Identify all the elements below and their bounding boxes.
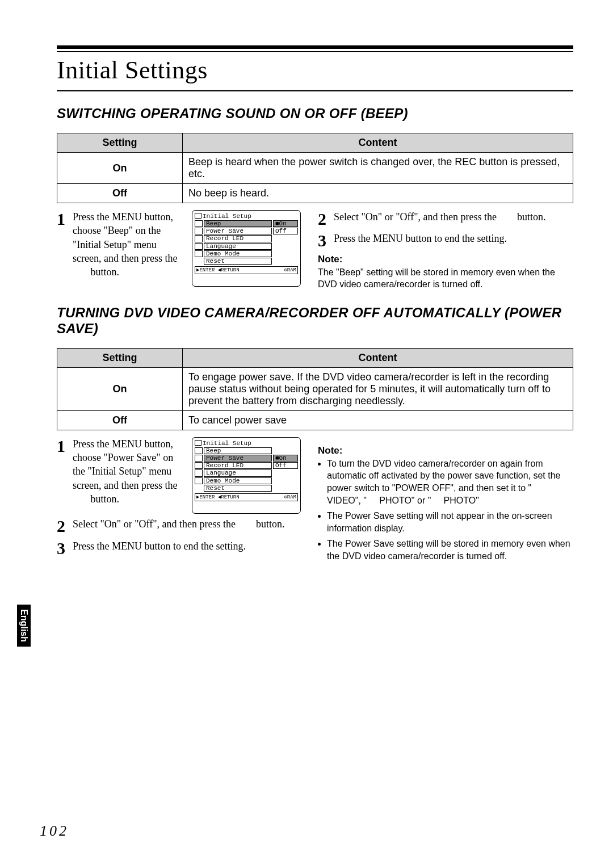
- menu-fig-footer: ▶ENTER ◀RETURN ⊙RAM: [195, 493, 298, 501]
- menu-row-icon: [195, 228, 203, 234]
- cell-setting: On: [57, 367, 183, 410]
- section1-heading: SWITCHING OPERATING SOUND ON OR OFF (BEE…: [57, 106, 573, 121]
- menu-value: [273, 447, 298, 454]
- menu-foot-right: ⊙RAM: [284, 267, 296, 274]
- menu-item: Beep: [204, 447, 272, 454]
- menu-item: Record LED: [204, 235, 272, 242]
- step-text: Select "On" or "Off", and then press the…: [73, 518, 285, 530]
- section2-heading: TURNING DVD VIDEO CAMERA/RECORDER OFF AU…: [57, 305, 573, 337]
- note-heading: Note:: [318, 445, 573, 456]
- step-1: 1 Press the MENU button, choose "Beep" o…: [57, 210, 186, 279]
- cell-setting: On: [57, 153, 183, 184]
- note-item: The Power Save setting will be stored in…: [327, 538, 573, 562]
- note-body: The "Beep" setting will be stored in mem…: [318, 266, 573, 291]
- step-text: Press the MENU button to end the setting…: [334, 233, 507, 244]
- menu-row-icon: [195, 462, 203, 469]
- step-number-icon: 1: [57, 435, 65, 458]
- menu-foot-right: ⊙RAM: [284, 494, 296, 501]
- menu-item: Beep: [204, 220, 272, 227]
- th-content: Content: [183, 348, 573, 367]
- thin-rule: [57, 90, 573, 91]
- section2-right-col: Note: To turn the DVD video camera/recor…: [318, 437, 573, 566]
- menu-row-icon: [195, 220, 203, 227]
- menu-value: [273, 469, 298, 476]
- menu-figure-powersave: Initial Setup Beep Power Save: [192, 437, 301, 514]
- step-text: Press the MENU button, choose "Power Sav…: [73, 438, 177, 505]
- powersave-settings-table: Setting Content On To engage power save.…: [57, 348, 573, 430]
- menu-value: [273, 485, 298, 492]
- note-item: To turn the DVD video camera/recorder on…: [327, 458, 573, 506]
- menu-value: [273, 250, 298, 257]
- menu-foot-left: ▶ENTER ◀RETURN: [196, 494, 240, 501]
- menu-value: Off: [273, 462, 298, 469]
- menu-item: Power Save: [204, 228, 272, 234]
- menu-item: Power Save: [204, 455, 272, 462]
- step-number-icon: 2: [318, 208, 326, 231]
- section1-columns: 1 Press the MENU button, choose "Beep" o…: [57, 210, 573, 291]
- menu-figure-beep: Initial Setup Beep Power Save: [192, 210, 301, 287]
- table-row: On Beep is heard when the power switch i…: [57, 153, 573, 184]
- manual-page: Initial Settings SWITCHING OPERATING SOU…: [0, 0, 613, 868]
- menu-item: Record LED: [204, 462, 272, 469]
- page-title: Initial Settings: [57, 56, 573, 85]
- menu-row-icon: [195, 485, 203, 492]
- menu-fig-footer: ▶ENTER ◀RETURN ⊙RAM: [195, 266, 298, 274]
- beep-settings-table: Setting Content On Beep is heard when th…: [57, 133, 573, 203]
- step-text: Select "On" or "Off", and then press the…: [334, 211, 546, 223]
- menu-value: ■On: [273, 455, 298, 462]
- th-setting: Setting: [57, 348, 183, 367]
- note-item: The Power Save setting will not appear i…: [327, 510, 573, 534]
- menu-row-icon: [195, 477, 203, 484]
- menu-fig-title: Initial Setup: [195, 213, 298, 220]
- menu-row-icon: [195, 469, 203, 476]
- menu-item: Reset: [204, 258, 272, 265]
- menu-value: [273, 235, 298, 242]
- menu-value: [273, 243, 298, 250]
- step-2: 2 Select "On" or "Off", and then press t…: [57, 517, 301, 531]
- menu-value: [273, 258, 298, 265]
- step-number-icon: 3: [318, 229, 326, 253]
- menu-row-icon: [195, 258, 203, 265]
- step-1: 1 Press the MENU button, choose "Power S…: [57, 437, 186, 506]
- table-row: Off No beep is heard.: [57, 184, 573, 203]
- table-row: Off To cancel power save: [57, 410, 573, 430]
- menu-row-icon: [195, 455, 203, 462]
- menu-item: Language: [204, 243, 272, 250]
- cell-setting: Off: [57, 410, 183, 430]
- menu-value: ■On: [273, 220, 298, 227]
- page-number: 102: [40, 823, 69, 840]
- note-heading: Note:: [318, 254, 573, 265]
- cell-content: No beep is heard.: [183, 184, 573, 203]
- menu-row-icon: [195, 250, 203, 257]
- menu-value: Off: [273, 228, 298, 234]
- section1-left-col: 1 Press the MENU button, choose "Beep" o…: [57, 210, 301, 291]
- section2-columns: 1 Press the MENU button, choose "Power S…: [57, 437, 573, 566]
- section2-left-col: 1 Press the MENU button, choose "Power S…: [57, 437, 301, 566]
- step-number-icon: 3: [57, 537, 65, 560]
- step-text: Press the MENU button, choose "Beep" on …: [73, 211, 177, 278]
- step-text: Press the MENU button to end the setting…: [73, 540, 246, 552]
- menu-foot-left: ▶ENTER ◀RETURN: [196, 267, 240, 274]
- cell-content: To cancel power save: [183, 410, 573, 430]
- menu-item: Demo Mode: [204, 477, 272, 484]
- step-2: 2 Select "On" or "Off", and then press t…: [318, 210, 573, 224]
- note-list: To turn the DVD video camera/recorder on…: [318, 458, 573, 563]
- step-3: 3 Press the MENU button to end the setti…: [318, 232, 573, 245]
- language-side-tab: English: [17, 605, 31, 647]
- menu-row-icon: [195, 447, 203, 454]
- menu-item: Demo Mode: [204, 250, 272, 257]
- menu-item: Reset: [204, 485, 272, 492]
- cell-content: Beep is heard when the power switch is c…: [183, 153, 573, 184]
- step-3: 3 Press the MENU button to end the setti…: [57, 539, 301, 553]
- step-number-icon: 2: [57, 515, 65, 538]
- section1-right-col: 2 Select "On" or "Off", and then press t…: [318, 210, 573, 291]
- top-rule: [57, 45, 573, 52]
- menu-row-icon: [195, 243, 203, 250]
- menu-value: [273, 477, 298, 484]
- table-row: On To engage power save. If the DVD vide…: [57, 367, 573, 410]
- step-number-icon: 1: [57, 208, 65, 231]
- menu-row-icon: [195, 235, 203, 242]
- th-content: Content: [183, 133, 573, 153]
- cell-setting: Off: [57, 184, 183, 203]
- cell-content: To engage power save. If the DVD video c…: [183, 367, 573, 410]
